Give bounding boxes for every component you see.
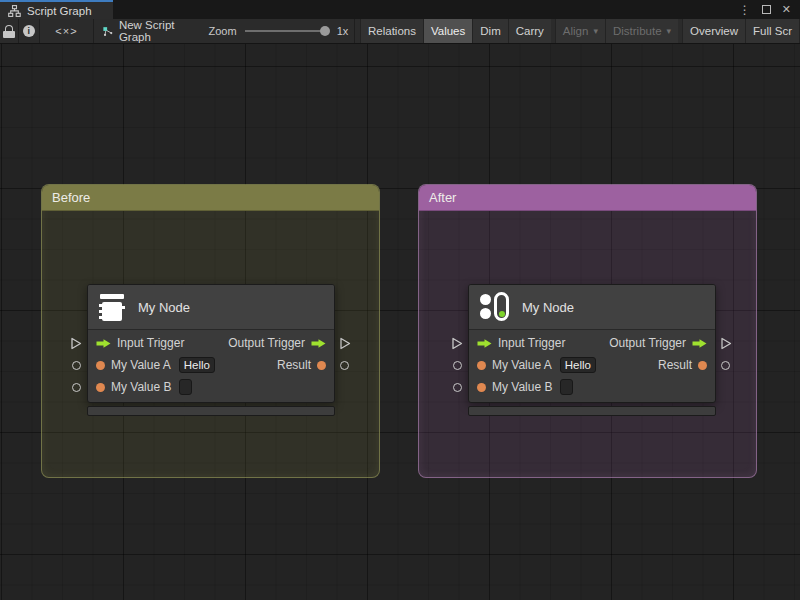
tab-bar-spacer xyxy=(113,0,739,19)
node-header[interactable]: My Node xyxy=(469,285,715,330)
code-toggle-button[interactable]: <×> xyxy=(40,19,93,43)
triangle-outline-port-icon[interactable] xyxy=(451,337,463,350)
zoom-control: Zoom 1x xyxy=(209,19,355,43)
my-value-a-label: My Value A xyxy=(492,358,552,372)
relations-button[interactable]: Relations xyxy=(360,19,423,43)
distribute-label: Distribute xyxy=(613,25,662,37)
node-title: My Node xyxy=(522,300,574,315)
node-header[interactable]: My Node xyxy=(88,285,334,330)
port-row-value-a: My Value A Hello Result xyxy=(88,354,334,376)
orange-dot-value-icon[interactable] xyxy=(477,383,486,392)
fullscreen-label: Full Scr xyxy=(753,25,792,37)
toolbar-buttons: Relations Values Dim Carry Align ▾ Distr… xyxy=(360,19,800,43)
align-button: Align ▾ xyxy=(555,19,605,43)
chevron-down-icon: ▾ xyxy=(667,26,672,36)
circle-outline-port-icon[interactable] xyxy=(453,383,462,392)
zoom-value: 1x xyxy=(337,25,349,37)
close-icon[interactable]: ✕ xyxy=(782,4,791,15)
port-row-value-a: My Value A Hello Result xyxy=(469,354,715,376)
zoom-label: Zoom xyxy=(209,25,237,37)
script-machine-icon xyxy=(480,292,509,322)
fullscreen-button[interactable]: Full Scr xyxy=(745,19,800,43)
my-value-b-field[interactable] xyxy=(560,379,573,395)
zoom-slider-handle[interactable] xyxy=(320,26,330,36)
circle-outline-port-icon[interactable] xyxy=(340,361,349,370)
orange-dot-value-icon[interactable] xyxy=(96,361,105,370)
values-button[interactable]: Values xyxy=(423,19,472,43)
group-after[interactable]: After My Node xyxy=(418,184,757,478)
carry-label: Carry xyxy=(516,25,544,37)
dim-label: Dim xyxy=(480,25,500,37)
node-body: Input Trigger Output Trigger xyxy=(469,330,715,402)
my-value-b-label: My Value B xyxy=(492,380,552,394)
node-my-node-after[interactable]: My Node Input Trigger Output Trigger xyxy=(468,284,716,403)
maximize-icon[interactable] xyxy=(762,5,771,14)
graph-canvas[interactable]: Before xyxy=(0,44,800,600)
node-footer xyxy=(87,406,335,416)
graph-hierarchy-icon xyxy=(8,5,21,17)
circle-outline-port-icon[interactable] xyxy=(453,361,462,370)
code-toggle-icon: <×> xyxy=(55,25,77,37)
orange-dot-value-icon[interactable] xyxy=(96,383,105,392)
green-arrow-trigger-icon[interactable] xyxy=(477,338,492,349)
group-after-header[interactable]: After xyxy=(419,185,756,211)
graph-breadcrumb[interactable]: New Script Graph xyxy=(94,19,195,43)
align-label: Align xyxy=(563,25,589,37)
green-arrow-trigger-icon[interactable] xyxy=(96,338,111,349)
port-row-triggers: Input Trigger Output Trigger xyxy=(469,332,715,354)
overview-button[interactable]: Overview xyxy=(682,19,745,43)
info-button[interactable]: i xyxy=(18,19,39,43)
input-trigger-label: Input Trigger xyxy=(498,336,565,350)
output-trigger-label: Output Trigger xyxy=(228,336,305,350)
chevron-down-icon: ▾ xyxy=(593,26,598,36)
group-after-title: After xyxy=(429,190,456,205)
script-graph-window: Script Graph ⋮ ✕ i <×> xyxy=(0,0,800,600)
my-value-a-label: My Value A xyxy=(111,358,171,372)
group-before[interactable]: Before xyxy=(41,184,380,478)
input-trigger-label: Input Trigger xyxy=(117,336,184,350)
graph-toolbar: i <×> New Script Graph Zoom 1x xyxy=(0,19,800,44)
distribute-button: Distribute ▾ xyxy=(605,19,678,43)
output-trigger-label: Output Trigger xyxy=(609,336,686,350)
result-label: Result xyxy=(277,358,311,372)
tab-bar: Script Graph ⋮ ✕ xyxy=(0,0,800,19)
port-row-value-b: My Value B xyxy=(469,376,715,398)
circle-outline-port-icon[interactable] xyxy=(72,361,81,370)
group-before-header[interactable]: Before xyxy=(42,185,379,211)
orange-dot-value-icon[interactable] xyxy=(477,361,486,370)
node-my-node-before[interactable]: My Node Input Trigger Output Trigger xyxy=(87,284,335,403)
orange-dot-value-icon[interactable] xyxy=(317,361,326,370)
group-before-title: Before xyxy=(52,190,90,205)
node-title: My Node xyxy=(138,300,190,315)
window-controls: ⋮ ✕ xyxy=(739,0,800,19)
result-label: Result xyxy=(658,358,692,372)
node-footer xyxy=(468,406,716,416)
info-icon: i xyxy=(23,25,35,37)
my-value-a-field[interactable]: Hello xyxy=(179,357,215,373)
toolbar-separator xyxy=(354,19,355,43)
triangle-outline-port-icon[interactable] xyxy=(70,337,82,350)
green-arrow-trigger-icon[interactable] xyxy=(692,338,707,349)
lock-button[interactable] xyxy=(0,19,18,43)
lock-icon xyxy=(3,25,15,38)
green-arrow-trigger-icon[interactable] xyxy=(311,338,326,349)
overview-label: Overview xyxy=(690,25,738,37)
orange-dot-value-icon[interactable] xyxy=(698,361,707,370)
circle-outline-port-icon[interactable] xyxy=(721,361,730,370)
triangle-outline-port-icon[interactable] xyxy=(720,337,732,350)
zoom-slider[interactable] xyxy=(245,30,329,32)
triangle-outline-port-icon[interactable] xyxy=(339,337,351,350)
my-value-b-field[interactable] xyxy=(179,379,192,395)
dim-button[interactable]: Dim xyxy=(472,19,507,43)
script-graph-icon xyxy=(103,25,113,38)
tab-script-graph[interactable]: Script Graph xyxy=(0,0,113,19)
circle-outline-port-icon[interactable] xyxy=(72,383,81,392)
relations-label: Relations xyxy=(368,25,416,37)
my-value-a-field[interactable]: Hello xyxy=(560,357,596,373)
kebab-menu-icon[interactable]: ⋮ xyxy=(739,4,751,16)
carry-button[interactable]: Carry xyxy=(508,19,551,43)
port-row-value-b: My Value B xyxy=(88,376,334,398)
tab-title: Script Graph xyxy=(27,5,92,17)
graph-name-label: New Script Graph xyxy=(119,19,185,43)
values-label: Values xyxy=(431,25,465,37)
